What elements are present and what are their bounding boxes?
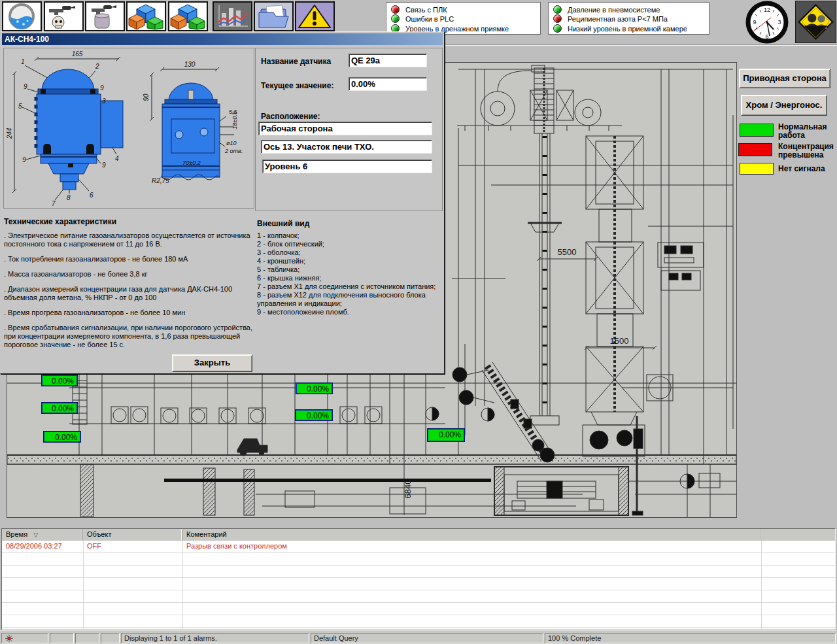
device-drawing-panel: 165 244 130 90 5,5 18±0.5 70±0.2 ø10 2 о… xyxy=(3,48,254,209)
methane-sensor-value[interactable]: 0.00% xyxy=(42,403,77,413)
led-indicator xyxy=(553,24,562,33)
gas-valve-icon[interactable] xyxy=(85,1,125,31)
sensor-name-field[interactable]: QE 29a xyxy=(349,54,427,67)
location-field-1[interactable]: Рабочая сторона xyxy=(258,122,432,135)
clock-numeral: 9 xyxy=(753,19,756,25)
column-divider xyxy=(83,541,84,629)
column-header-comment[interactable]: Коментарий xyxy=(182,529,761,540)
location-field-3[interactable]: Уровень 6 xyxy=(262,160,432,173)
current-value-label: Текущее значение: xyxy=(261,81,333,90)
legend-normal-swatch xyxy=(740,124,774,137)
dim-70: 70±0.2 xyxy=(182,160,200,166)
materials-cubes-icon[interactable] xyxy=(126,1,166,31)
status-cell-empty xyxy=(50,633,74,643)
methane-sensor-value[interactable]: 0.00% xyxy=(44,432,80,442)
toxic-gas-icon[interactable] xyxy=(44,1,84,31)
dim-1500: 1500 xyxy=(610,336,629,346)
callout-2: 2 xyxy=(95,63,99,70)
alarms-count-status: Displaying 1 to 1 of 1 alarms. xyxy=(121,633,309,643)
dim-6840: 6840 xyxy=(403,480,413,499)
led-label: Связь с ПЛК xyxy=(405,6,447,14)
water-tank-icon[interactable] xyxy=(2,1,42,31)
dim-244: 244 xyxy=(6,127,13,139)
dim-90: 90 xyxy=(143,93,150,101)
chrome-energy-button[interactable]: Хром / Энергонос. xyxy=(741,95,827,116)
tech-item: . Диапазон измерений концентрации газа д… xyxy=(4,285,254,302)
dim-d10: ø10 xyxy=(226,140,237,146)
reports-folder-icon[interactable] xyxy=(254,1,294,31)
sensor-dialog: АК-СН4-100 xyxy=(0,31,445,374)
appearance-item: 8 - разъем Х12 для подключения выносного… xyxy=(257,291,441,308)
alarm-warning-icon[interactable] xyxy=(295,1,335,31)
methane-sensor-value[interactable]: 0.00% xyxy=(296,410,332,420)
materials-cubes-2-icon[interactable] xyxy=(168,1,208,31)
legend-nosignal-swatch xyxy=(740,163,774,175)
led-label: Давление в пневмосистеме xyxy=(568,6,660,14)
appearance-item: 3 - оболочка; xyxy=(257,248,441,257)
dialog-titlebar[interactable]: АК-СН4-100 xyxy=(2,33,443,45)
column-header-label: Время xyxy=(6,530,27,538)
led-row: Давление в пневмосистеме xyxy=(553,5,660,14)
legend-label-line: работа xyxy=(778,131,805,140)
query-status: Default Query xyxy=(311,633,543,643)
callout-9: 9 xyxy=(22,156,26,163)
led-indicator xyxy=(391,14,400,23)
callout-7: 7 xyxy=(52,200,56,207)
alarm-row[interactable]: 08/29/2006 03:27 OFF Разрыв связи с конт… xyxy=(2,541,835,552)
callout-9: 9 xyxy=(100,84,104,92)
alarm-time: 08/29/2006 03:27 xyxy=(6,542,62,550)
methane-sensor-value[interactable]: 0.00% xyxy=(42,375,77,386)
sensor-info-panel: Название датчика QE 29a Текущее значение… xyxy=(255,48,443,211)
led-row: Низкий уровень в приемной камере xyxy=(553,24,687,33)
column-header-object[interactable]: Объект xyxy=(83,529,182,540)
process-status-panel: Давление в пневмосистеме Реципиентная аз… xyxy=(548,2,709,35)
dim-holes: 2 отв. xyxy=(224,148,243,154)
legend-label-line: превышена xyxy=(778,150,823,160)
plc-status-panel: Связь с ПЛК Ошибки в PLC Уровень в дрена… xyxy=(386,2,541,35)
tech-item: . Время срабатывания сигнализации, при н… xyxy=(4,324,254,349)
location-field-2[interactable]: Ось 13. Участок печи ТХО. xyxy=(261,140,432,154)
alarm-object: OFF xyxy=(87,542,101,550)
alarm-table: Время ▽ Объект Коментарий 08/29/2006 03:… xyxy=(1,528,836,630)
drive-side-button[interactable]: Приводная сторона xyxy=(739,69,830,88)
trends-chart-icon[interactable] xyxy=(213,1,252,31)
dialog-title: АК-СН4-100 xyxy=(5,35,49,44)
status-bar: Displaying 1 to 1 of 1 alarms. Default Q… xyxy=(0,630,837,644)
current-value-field[interactable]: 0.00% xyxy=(349,77,427,91)
legend-exceeded-swatch xyxy=(738,143,772,156)
alarm-table-body[interactable]: 08/29/2006 03:27 OFF Разрыв связи с конт… xyxy=(2,541,835,629)
methane-sensor-value[interactable]: 0.00% xyxy=(428,429,464,441)
tech-item: . Масса газоанализаторов - не более 3,8 … xyxy=(4,270,254,279)
sort-descending-icon: ▽ xyxy=(33,532,38,538)
led-indicator xyxy=(391,5,400,14)
dim-130: 130 xyxy=(184,61,196,68)
appearance-item: 7 - разъем Х1 для соединения с источнико… xyxy=(257,282,441,291)
led-indicator xyxy=(553,5,562,14)
appearance-title: Внешний вид xyxy=(257,219,441,228)
appearance-item: 1 - колпачок; xyxy=(257,231,441,240)
analog-clock: 12 3 6 9 xyxy=(744,1,790,44)
hmi-screen: Связь с ПЛК Ошибки в PLC Уровень в дрена… xyxy=(0,0,837,644)
led-row: Ошибки в PLC xyxy=(391,14,454,23)
alarm-comment: Разрыв связи с контроллером xyxy=(186,542,287,550)
callout-6: 6 xyxy=(90,192,94,199)
led-label: Реципиентная азота Р<7 МПа xyxy=(568,15,668,23)
legend-label-line: Нормальная xyxy=(778,122,827,131)
callout-1: 1 xyxy=(21,58,25,65)
appearance-legend: Внешний вид 1 - колпачок; 2 - блок оптич… xyxy=(257,219,441,316)
operators-icon[interactable] xyxy=(795,1,836,43)
legend-nosignal-label: Нет сигнала xyxy=(778,165,825,173)
status-cell-empty xyxy=(101,633,120,643)
status-cell-empty xyxy=(75,633,99,643)
appearance-item: 6 - крышка нижняя; xyxy=(257,274,441,282)
location-label: Расположение: xyxy=(261,112,320,121)
led-indicator xyxy=(553,14,562,23)
callout-8: 8 xyxy=(67,194,71,201)
methane-sensor-value[interactable]: 0.00% xyxy=(296,383,332,394)
appearance-item: 4 - кронштейн; xyxy=(257,257,441,265)
tech-characteristics: Технические характеристики . Электрическ… xyxy=(4,217,254,356)
led-label: Низкий уровень в приемной камере xyxy=(568,25,687,33)
sensor-name-label: Название датчика xyxy=(261,57,331,66)
column-header-time[interactable]: Время ▽ xyxy=(2,529,83,540)
close-button[interactable]: Закрыть xyxy=(172,354,252,372)
